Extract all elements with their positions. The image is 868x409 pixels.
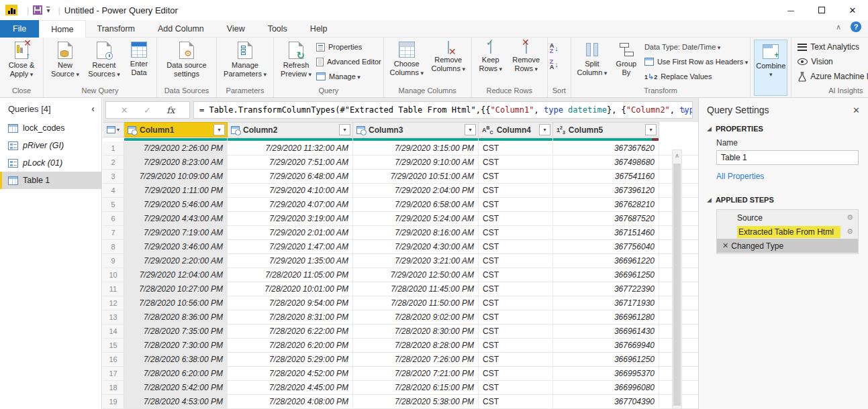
column-header-column4[interactable]: ABCColumn4	[479, 122, 553, 137]
table-cell[interactable]: 7/28/2020 8:31:00 PM	[228, 310, 353, 324]
keep-rows-button[interactable]: Keep Rows	[474, 39, 508, 83]
refresh-preview-button[interactable]: Refresh Preview	[276, 39, 316, 83]
table-cell[interactable]: 7/29/2020 10:09:00 AM	[124, 170, 228, 183]
table-cell[interactable]: 7/28/2020 4:45:00 PM	[228, 381, 353, 394]
column-header-column3[interactable]: Column3	[353, 122, 479, 137]
table-cell[interactable]: 7/29/2020 2:20:00 AM	[124, 254, 228, 268]
table-cell[interactable]: 7/29/2020 7:19:00 AM	[124, 226, 228, 239]
table-cell[interactable]: 7/28/2020 7:26:00 PM	[353, 353, 479, 366]
table-cell[interactable]: 7/29/2020 4:30:00 AM	[353, 240, 479, 253]
table-cell[interactable]: CST	[479, 198, 553, 211]
table-cell[interactable]: CST	[479, 156, 553, 169]
table-cell[interactable]: CST	[479, 353, 553, 366]
maximize-button[interactable]	[806, 0, 837, 20]
split-column-button[interactable]: Split Column	[573, 39, 611, 83]
row-number[interactable]: 18	[103, 381, 124, 394]
table-cell[interactable]: 367367620	[553, 141, 659, 155]
table-cell[interactable]: 366995370	[553, 367, 659, 380]
table-cell[interactable]: 366961250	[553, 353, 659, 366]
text-analytics-button[interactable]: Text Analytics	[798, 42, 868, 52]
table-cell[interactable]: 7/29/2020 1:47:00 AM	[228, 240, 353, 253]
sort-ascending-button[interactable]: AZ↓	[550, 43, 559, 54]
table-cell[interactable]: 7/28/2020 4:53:00 PM	[124, 395, 228, 408]
scrollbar-thumb[interactable]	[673, 164, 681, 406]
enter-data-button[interactable]: Enter Data	[124, 39, 154, 83]
collapse-queries-pane-icon[interactable]	[91, 103, 95, 114]
table-cell[interactable]: CST	[479, 254, 553, 268]
scroll-up-icon[interactable]	[673, 150, 681, 161]
expand-formula-icon[interactable]	[682, 106, 687, 115]
table-cell[interactable]: 7/29/2020 7:51:00 AM	[228, 156, 353, 169]
table-cell[interactable]: CST	[479, 240, 553, 253]
query-item-priver-gi-[interactable]: pRiver (GI)	[0, 137, 101, 154]
step-settings-gear-icon[interactable]	[847, 213, 853, 222]
table-cell[interactable]: CST	[479, 325, 553, 338]
table-cell[interactable]: 7/29/2020 6:48:00 AM	[228, 170, 353, 183]
row-number[interactable]: 5	[103, 198, 124, 211]
commit-formula-icon[interactable]	[144, 105, 151, 115]
table-cell[interactable]: CST	[479, 141, 553, 155]
table-cell[interactable]: 7/29/2020 11:32:00 AM	[228, 141, 353, 155]
table-cell[interactable]: 7/29/2020 5:46:00 AM	[124, 198, 228, 211]
table-cell[interactable]: 7/29/2020 4:43:00 AM	[124, 212, 228, 225]
table-cell[interactable]: CST	[479, 381, 553, 394]
table-cell[interactable]: CST	[479, 268, 553, 282]
all-properties-link[interactable]: All Properties	[716, 172, 860, 181]
row-number[interactable]: 13	[103, 310, 124, 324]
table-cell[interactable]: 7/29/2020 4:07:00 AM	[228, 198, 353, 211]
new-source-button[interactable]: New Source	[46, 39, 85, 83]
table-cell[interactable]: 7/28/2020 6:20:00 PM	[124, 367, 228, 380]
filter-dropdown-icon[interactable]	[539, 124, 550, 135]
table-cell[interactable]: 367151460	[553, 226, 659, 239]
query-name-input[interactable]: Table 1	[716, 150, 859, 165]
save-icon[interactable]	[33, 5, 42, 15]
table-cell[interactable]: 367687520	[553, 212, 659, 225]
query-item-lock-codes[interactable]: lock_codes	[0, 119, 101, 137]
row-number[interactable]: 4	[103, 184, 124, 197]
table-cell[interactable]: 367669940	[553, 339, 659, 352]
row-number[interactable]: 19	[103, 395, 124, 408]
data-source-settings-button[interactable]: Data source settings	[159, 39, 214, 83]
table-cell[interactable]: 7/28/2020 8:36:00 PM	[124, 310, 228, 324]
table-cell[interactable]: 7/28/2020 9:02:00 PM	[353, 310, 479, 324]
table-cell[interactable]: 7/29/2020 3:21:00 AM	[353, 254, 479, 268]
column-header-column2[interactable]: Column2	[228, 122, 353, 137]
table-cell[interactable]: CST	[479, 212, 553, 225]
table-cell[interactable]: 7/28/2020 10:56:00 PM	[124, 296, 228, 310]
table-cell[interactable]: CST	[479, 226, 553, 239]
sort-descending-button[interactable]: ZA↓	[550, 59, 559, 70]
help-icon[interactable]	[851, 21, 861, 32]
formula-input[interactable]: = Table.TransformColumnTypes(#"Extracted…	[193, 101, 693, 119]
table-cell[interactable]: 366961430	[553, 325, 659, 338]
table-cell[interactable]: 7/28/2020 4:08:00 PM	[228, 395, 353, 408]
row-number[interactable]: 9	[103, 254, 124, 268]
group-by-button[interactable]: Group By	[611, 39, 642, 83]
filter-dropdown-icon[interactable]	[213, 124, 225, 135]
table-cell[interactable]: 7/29/2020 2:01:00 AM	[228, 226, 353, 239]
cancel-formula-icon[interactable]	[121, 105, 128, 115]
table-cell[interactable]: 7/28/2020 6:15:00 PM	[353, 381, 479, 394]
table-cell[interactable]: 7/28/2020 5:42:00 PM	[124, 381, 228, 394]
table-cell[interactable]: 7/29/2020 9:10:00 AM	[353, 156, 479, 169]
row-number[interactable]: 17	[103, 367, 124, 380]
row-number[interactable]: 14	[103, 325, 124, 338]
table-cell[interactable]: 367628210	[553, 198, 659, 211]
data-type-button[interactable]: Data Type: Date/Time	[644, 42, 748, 52]
use-first-row-as-headers-button[interactable]: Use First Row as Headers	[644, 56, 748, 67]
row-number[interactable]: 11	[103, 282, 124, 296]
table-cell[interactable]: 7/29/2020 2:26:00 PM	[124, 141, 228, 155]
vision-button[interactable]: Vision	[798, 56, 868, 67]
filter-dropdown-icon[interactable]	[465, 124, 476, 135]
table-cell[interactable]: 366961280	[553, 310, 659, 324]
manage-parameters-button[interactable]: Manage Parameters	[219, 39, 271, 83]
table-cell[interactable]: 7/29/2020 12:04:00 AM	[124, 268, 228, 282]
table-cell[interactable]: 7/28/2020 9:54:00 PM	[228, 296, 353, 310]
applied-step-source[interactable]: Source	[717, 211, 858, 225]
tab-tools[interactable]: Tools	[256, 20, 299, 38]
table-cell[interactable]: CST	[479, 310, 553, 324]
table-cell[interactable]: 7/29/2020 6:58:00 AM	[353, 198, 479, 211]
table-cell[interactable]: 7/29/2020 3:46:00 AM	[124, 240, 228, 253]
table-cell[interactable]: 7/28/2020 8:30:00 PM	[353, 325, 479, 338]
table-cell[interactable]: 7/28/2020 7:35:00 PM	[124, 325, 228, 338]
table-cell[interactable]: 7/28/2020 6:38:00 PM	[124, 353, 228, 366]
